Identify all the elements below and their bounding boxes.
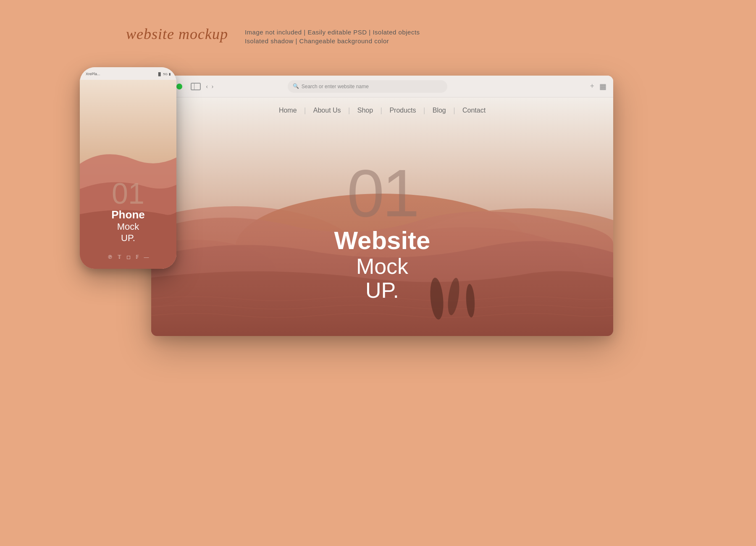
phone-title-bold: Phone: [111, 208, 144, 221]
maximize-button[interactable]: [176, 84, 182, 89]
address-bar[interactable]: 🔍 Search or enter website name: [288, 80, 447, 93]
nav-about[interactable]: About Us: [306, 107, 349, 114]
phone-hero: 01 Phone Mock UP.: [111, 179, 144, 244]
phone-carrier: XrePla...: [86, 72, 100, 76]
mockup-area: ‹ › 🔍 Search or enter website name + ▦: [80, 67, 659, 340]
phone-status-icons: ▐▌ 5G ▮: [157, 72, 171, 76]
browser-actions: + ▦: [590, 82, 606, 91]
facebook-icon[interactable]: 𝔽: [136, 254, 139, 260]
phone-status-bar: XrePla... ▐▌ 5G ▮: [80, 67, 176, 80]
hero-title-light2: UP.: [334, 278, 430, 302]
nav-arrows: ‹ ›: [206, 83, 214, 90]
nav-blog[interactable]: Blog: [425, 107, 454, 114]
pinterest-icon[interactable]: ℗: [108, 254, 113, 260]
signal-icon: ▐▌: [157, 72, 162, 76]
hero-title-light1: Mock: [334, 255, 430, 278]
tag-line-1: Image not included | Easily editable PSD…: [245, 29, 420, 36]
forward-button[interactable]: ›: [211, 83, 213, 90]
phone-hero-number: 01: [111, 179, 144, 208]
tag-line-2: Isolated shadow | Changeable background …: [245, 37, 420, 45]
nav-home[interactable]: Home: [271, 107, 304, 114]
phone-title-light2: UP.: [111, 233, 144, 244]
page-container: website mockup Image not included | Easi…: [0, 0, 756, 546]
dash-icon: —: [144, 254, 149, 260]
twitter-icon[interactable]: 𝕋: [118, 254, 121, 260]
hero-number: 01: [334, 160, 430, 227]
back-button[interactable]: ‹: [206, 83, 208, 90]
nav-products[interactable]: Products: [382, 107, 423, 114]
nav-contact[interactable]: Contact: [455, 107, 493, 114]
browser-nav: Home | About Us | Shop | Products | Blog…: [151, 97, 613, 123]
search-icon: 🔍: [293, 83, 299, 89]
phone-title-light1: Mock: [111, 221, 144, 232]
phone-social-icons: ℗ 𝕋 ◻ 𝔽 —: [108, 254, 149, 260]
network-type: 5G: [163, 72, 168, 76]
sidebar-toggle-icon[interactable]: [191, 83, 201, 90]
phone-screen: 01 Phone Mock UP. ℗ 𝕋 ◻ 𝔽 —: [80, 80, 176, 269]
browser-content: Home | About Us | Shop | Products | Blog…: [151, 97, 613, 336]
nav-shop[interactable]: Shop: [350, 107, 381, 114]
battery-icon: ▮: [169, 72, 171, 76]
new-tab-icon[interactable]: +: [590, 82, 594, 91]
browser-window: ‹ › 🔍 Search or enter website name + ▦: [151, 76, 613, 336]
logo-text: website mockup: [126, 25, 228, 43]
tabs-icon[interactable]: ▦: [599, 82, 606, 91]
browser-toolbar: ‹ › 🔍 Search or enter website name + ▦: [151, 76, 613, 97]
instagram-icon[interactable]: ◻: [126, 254, 131, 260]
header-area: website mockup Image not included | Easi…: [126, 25, 420, 45]
address-text: Search or enter website name: [302, 84, 369, 89]
hero-title-bold: Website: [334, 227, 430, 255]
browser-hero: 01 Website Mock UP.: [334, 160, 430, 302]
tag-area: Image not included | Easily editable PSD…: [245, 25, 420, 45]
phone-mockup: XrePla... ▐▌ 5G ▮: [80, 67, 176, 269]
